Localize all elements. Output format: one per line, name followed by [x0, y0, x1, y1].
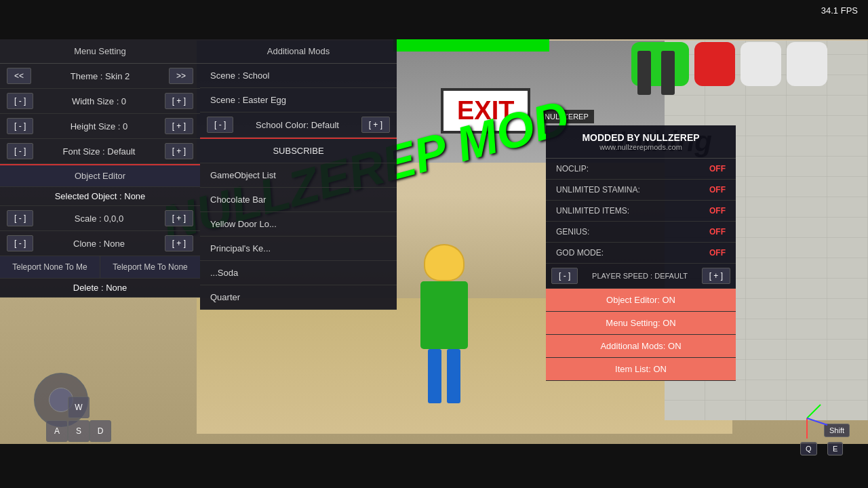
object-editor-toggle-btn[interactable]: Object Editor: ON: [546, 289, 736, 312]
baldi-head: [424, 244, 465, 281]
speed-minus-btn[interactable]: [ - ]: [551, 268, 578, 284]
clone-label: Clone : None: [33, 239, 164, 249]
teleport-me-to-none-btn[interactable]: Teleport Me To None: [100, 256, 200, 278]
yellow-door-item[interactable]: Yellow Door Lo...: [200, 212, 397, 237]
s-key[interactable]: S: [68, 420, 90, 442]
baldi-leg-left: [428, 349, 441, 403]
hud-white-icon2: [787, 42, 827, 86]
health-bar: [393, 39, 549, 52]
bottom-bar: [0, 444, 868, 488]
scale-row: [ - ] Scale : 0,0,0 [ + ]: [0, 206, 200, 231]
scene-school-item[interactable]: Scene : School: [200, 64, 397, 88]
svg-line-0: [807, 405, 821, 418]
baldi-legs: [414, 349, 475, 403]
middle-panel-title: Additional Mods: [200, 39, 397, 64]
principals-key-item[interactable]: Principal's Ke...: [200, 237, 397, 261]
width-label: Width Size : 0: [33, 96, 164, 106]
width-plus-btn[interactable]: [ + ]: [165, 93, 193, 109]
hud-white-icon1: [741, 42, 781, 86]
god-label: GOD MODE:: [556, 248, 604, 258]
baldi-character: [414, 244, 475, 407]
additional-mods-toggle-btn[interactable]: Additional Mods: ON: [546, 335, 736, 358]
font-plus-btn[interactable]: [ + ]: [165, 143, 193, 159]
teleport-row: Teleport None To Me Teleport Me To None: [0, 256, 200, 279]
left-panel-title: Menu Setting: [0, 39, 200, 64]
school-color-row: [ - ] School Color: Default [ + ]: [200, 113, 397, 138]
top-bar: [0, 0, 868, 39]
theme-value: Theme : Skin 2: [31, 71, 169, 81]
scale-minus-btn[interactable]: [ - ]: [7, 210, 33, 226]
chocolate-bar-item[interactable]: Chocolate Bar: [200, 188, 397, 212]
gameobject-list-item[interactable]: GameObject List: [200, 163, 397, 188]
speed-label: PLAYER SPEED : DEFAULT: [578, 272, 701, 280]
noclip-label: NOCLIP:: [556, 164, 589, 174]
selected-object-row: Selected Object : None: [0, 187, 200, 206]
god-row: GOD MODE: OFF: [546, 243, 736, 264]
a-key[interactable]: A: [46, 420, 68, 442]
e-key[interactable]: E: [827, 442, 843, 455]
q-key[interactable]: Q: [800, 442, 817, 455]
genius-label: GENIUS:: [556, 227, 589, 237]
mod-title: MODDED BY NULLZEREP: [553, 132, 729, 143]
noclip-row: NOCLIP: OFF: [546, 159, 736, 180]
genius-row: GENIUS: OFF: [546, 222, 736, 243]
clone-minus-btn[interactable]: [ - ]: [7, 235, 33, 251]
height-plus-btn[interactable]: [ + ]: [165, 118, 193, 134]
width-row: [ - ] Width Size : 0 [ + ]: [0, 89, 200, 114]
height-label: Height Size : 0: [33, 121, 164, 131]
quarter-item[interactable]: Quarter: [200, 285, 397, 310]
w-key[interactable]: W: [68, 396, 90, 418]
items-row: UNLIMITED ITEMS: OFF: [546, 201, 736, 222]
speed-row: [ - ] PLAYER SPEED : DEFAULT [ + ]: [546, 264, 736, 289]
selected-object-label: Selected Object : None: [55, 191, 146, 201]
right-panel: MODDED BY NULLZEREP www.nullzerepmods.co…: [546, 125, 736, 381]
object-editor-btn[interactable]: Object Editor: [0, 165, 200, 187]
font-label: Font Size : Default: [33, 146, 164, 157]
items-status: OFF: [709, 206, 726, 216]
hud-red-icon: [694, 42, 735, 86]
delete-label: Delete : None: [73, 283, 127, 293]
clone-plus-btn[interactable]: [ + ]: [165, 235, 193, 251]
width-minus-btn[interactable]: [ - ]: [7, 93, 33, 109]
theme-next-btn[interactable]: >>: [169, 68, 193, 84]
exit-text: EXIT: [457, 96, 514, 125]
school-color-label: School Color: Default: [233, 120, 361, 130]
stamina-label: UNLIMITED STAMINA:: [556, 185, 640, 195]
nullzerep-label: NULLZEREP: [539, 110, 594, 123]
axis-helper: [783, 394, 831, 442]
height-row: [ - ] Height Size : 0 [ + ]: [0, 114, 200, 139]
baldi-leg-right: [447, 349, 460, 403]
theme-prev-btn[interactable]: <<: [7, 68, 31, 84]
font-minus-btn[interactable]: [ - ]: [7, 143, 33, 159]
svg-line-2: [807, 418, 827, 425]
pause-bar-2: [661, 51, 675, 95]
height-minus-btn[interactable]: [ - ]: [7, 118, 33, 134]
school-color-minus-btn[interactable]: [ - ]: [207, 117, 233, 133]
item-list-toggle-btn[interactable]: Item List: ON: [546, 358, 736, 381]
clone-row: [ - ] Clone : None [ + ]: [0, 231, 200, 256]
baldi-body: [420, 281, 468, 349]
font-row: [ - ] Font Size : Default [ + ]: [0, 139, 200, 164]
exit-sign: EXIT: [441, 88, 530, 134]
genius-status: OFF: [709, 227, 726, 237]
scene-easter-egg-item[interactable]: Scene : Easter Egg: [200, 88, 397, 113]
soda-item[interactable]: ...Soda: [200, 261, 397, 285]
d-key[interactable]: D: [90, 420, 111, 442]
teleport-none-to-me-btn[interactable]: Teleport None To Me: [0, 256, 100, 278]
fps-counter: 34.1 FPS: [821, 5, 858, 16]
stamina-row: UNLIMITED STAMINA: OFF: [546, 180, 736, 201]
left-panel: Menu Setting << Theme : Skin 2 >> [ - ] …: [0, 39, 200, 298]
menu-setting-toggle-btn[interactable]: Menu Setting: ON: [546, 312, 736, 335]
pause-indicator: [637, 51, 675, 95]
school-color-plus-btn[interactable]: [ + ]: [361, 117, 390, 133]
middle-panel: Additional Mods Scene : School Scene : E…: [200, 39, 397, 310]
scale-label: Scale : 0,0,0: [33, 214, 164, 224]
mod-header: MODDED BY NULLZEREP www.nullzerepmods.co…: [546, 125, 736, 159]
items-label: UNLIMITED ITEMS:: [556, 206, 629, 216]
subscribe-btn[interactable]: SUBSCRIBE: [200, 138, 397, 163]
noclip-status: OFF: [709, 164, 726, 174]
stamina-status: OFF: [709, 185, 726, 195]
scale-plus-btn[interactable]: [ + ]: [165, 210, 193, 226]
delete-row: Delete : None: [0, 279, 200, 298]
speed-plus-btn[interactable]: [ + ]: [702, 268, 730, 284]
